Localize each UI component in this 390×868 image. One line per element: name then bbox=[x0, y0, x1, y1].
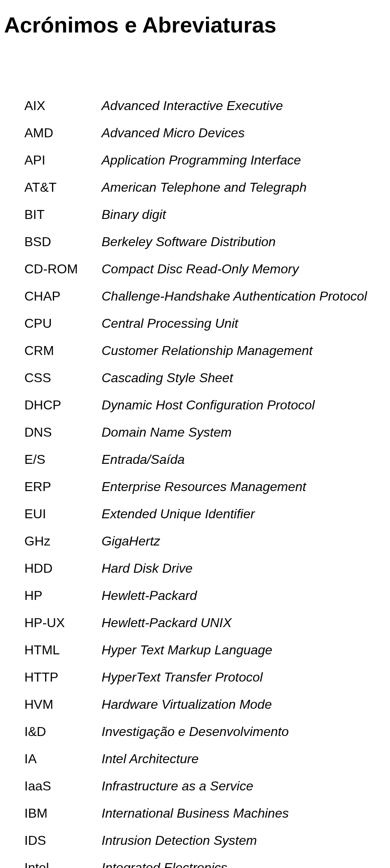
acronym-definition: Dynamic Host Configuration Protocol bbox=[102, 398, 315, 413]
acronym-row: ERPEnterprise Resources Management bbox=[24, 479, 390, 494]
acronym-definition: International Business Machines bbox=[102, 806, 289, 821]
acronym-definition: Compact Disc Read-Only Memory bbox=[102, 262, 299, 277]
acronym-row: HDDHard Disk Drive bbox=[24, 561, 390, 576]
acronym-term: IaaS bbox=[24, 779, 102, 794]
acronym-definition: Cascading Style Sheet bbox=[102, 370, 233, 385]
acronym-definition: Central Processing Unit bbox=[102, 316, 238, 331]
acronym-row: BSDBerkeley Software Distribution bbox=[24, 234, 390, 249]
acronym-definition: American Telephone and Telegraph bbox=[102, 180, 307, 195]
acronym-term: IA bbox=[24, 751, 102, 766]
acronym-definition: Domain Name System bbox=[102, 425, 232, 440]
acronym-definition: Berkeley Software Distribution bbox=[102, 234, 276, 249]
acronym-definition: HyperText Transfer Protocol bbox=[102, 670, 263, 685]
acronym-row: IntelIntegrated Electronics bbox=[24, 860, 390, 868]
acronym-term: AT&T bbox=[24, 180, 102, 195]
acronym-row: CRMCustomer Relationship Management bbox=[24, 343, 390, 358]
acronym-term: ERP bbox=[24, 479, 102, 494]
acronym-term: BIT bbox=[24, 207, 102, 222]
acronym-definition: GigaHertz bbox=[102, 534, 160, 549]
acronym-definition: Integrated Electronics bbox=[102, 860, 228, 868]
acronym-row: HP-UXHewlett-Packard UNIX bbox=[24, 615, 390, 630]
acronym-row: APIApplication Programming Interface bbox=[24, 153, 390, 168]
acronym-term: E/S bbox=[24, 452, 102, 467]
acronym-term: Intel bbox=[24, 860, 102, 868]
acronym-row: IAIntel Architecture bbox=[24, 751, 390, 766]
acronym-term: CSS bbox=[24, 370, 102, 385]
acronym-row: I&DInvestigação e Desenvolvimento bbox=[24, 724, 390, 739]
acronym-term: AMD bbox=[24, 126, 102, 141]
acronym-row: IBMInternational Business Machines bbox=[24, 806, 390, 821]
acronym-row: AIXAdvanced Interactive Executive bbox=[24, 98, 390, 113]
acronym-definition: Advanced Interactive Executive bbox=[102, 98, 283, 113]
acronym-definition: Hyper Text Markup Language bbox=[102, 643, 272, 658]
acronym-term: EUI bbox=[24, 507, 102, 522]
acronym-term: HTML bbox=[24, 643, 102, 658]
acronym-term: IBM bbox=[24, 806, 102, 821]
acronym-row: EUIExtended Unique Identifier bbox=[24, 507, 390, 522]
acronym-row: IaaSInfrastructure as a Service bbox=[24, 779, 390, 794]
page-title: Acrónimos e Abreviaturas bbox=[4, 12, 390, 37]
acronym-row: AMDAdvanced Micro Devices bbox=[24, 126, 390, 141]
acronym-row: CHAPChallenge-Handshake Authentication P… bbox=[24, 289, 390, 304]
acronym-term: HP bbox=[24, 588, 102, 603]
acronym-row: HPHewlett-Packard bbox=[24, 588, 390, 603]
acronym-definition: Infrastructure as a Service bbox=[102, 779, 253, 794]
acronym-row: IDSIntrusion Detection System bbox=[24, 833, 390, 848]
acronym-definition: Binary digit bbox=[102, 207, 166, 222]
acronym-definition: Enterprise Resources Management bbox=[102, 479, 306, 494]
acronym-row: HTMLHyper Text Markup Language bbox=[24, 643, 390, 658]
acronym-term: GHz bbox=[24, 534, 102, 549]
acronym-term: API bbox=[24, 153, 102, 168]
acronym-term: HTTP bbox=[24, 670, 102, 685]
acronym-term: DHCP bbox=[24, 398, 102, 413]
acronym-row: DNSDomain Name System bbox=[24, 425, 390, 440]
acronym-definition: Customer Relationship Management bbox=[102, 343, 312, 358]
acronym-term: DNS bbox=[24, 425, 102, 440]
acronym-definition: Challenge-Handshake Authentication Proto… bbox=[102, 289, 367, 304]
acronym-row: CD-ROMCompact Disc Read-Only Memory bbox=[24, 262, 390, 277]
acronym-row: CSSCascading Style Sheet bbox=[24, 370, 390, 385]
acronym-definition: Entrada/Saída bbox=[102, 452, 185, 467]
acronym-row: GHzGigaHertz bbox=[24, 534, 390, 549]
acronym-list: AIXAdvanced Interactive ExecutiveAMDAdva… bbox=[4, 98, 390, 868]
acronym-definition: Hardware Virtualization Mode bbox=[102, 697, 272, 712]
acronym-definition: Hewlett-Packard bbox=[102, 588, 197, 603]
acronym-row: CPUCentral Processing Unit bbox=[24, 316, 390, 331]
acronym-definition: Hard Disk Drive bbox=[102, 561, 193, 576]
acronym-definition: Advanced Micro Devices bbox=[102, 126, 245, 141]
acronym-row: DHCPDynamic Host Configuration Protocol bbox=[24, 398, 390, 413]
acronym-row: AT&TAmerican Telephone and Telegraph bbox=[24, 180, 390, 195]
acronym-definition: Investigação e Desenvolvimento bbox=[102, 724, 289, 739]
acronym-term: BSD bbox=[24, 234, 102, 249]
acronym-term: HP-UX bbox=[24, 615, 102, 630]
acronym-definition: Hewlett-Packard UNIX bbox=[102, 615, 232, 630]
acronym-term: CD-ROM bbox=[24, 262, 102, 277]
acronym-term: CHAP bbox=[24, 289, 102, 304]
acronym-term: IDS bbox=[24, 833, 102, 848]
acronym-term: HVM bbox=[24, 697, 102, 712]
acronym-definition: Intrusion Detection System bbox=[102, 833, 257, 848]
acronym-term: CPU bbox=[24, 316, 102, 331]
acronym-row: E/SEntrada/Saída bbox=[24, 452, 390, 467]
acronym-term: CRM bbox=[24, 343, 102, 358]
acronym-definition: Extended Unique Identifier bbox=[102, 507, 255, 522]
acronym-term: HDD bbox=[24, 561, 102, 576]
acronym-row: BITBinary digit bbox=[24, 207, 390, 222]
acronym-row: HVMHardware Virtualization Mode bbox=[24, 697, 390, 712]
acronym-row: HTTPHyperText Transfer Protocol bbox=[24, 670, 390, 685]
acronym-definition: Intel Architecture bbox=[102, 751, 199, 766]
acronym-term: I&D bbox=[24, 724, 102, 739]
acronym-term: AIX bbox=[24, 98, 102, 113]
acronym-definition: Application Programming Interface bbox=[102, 153, 301, 168]
